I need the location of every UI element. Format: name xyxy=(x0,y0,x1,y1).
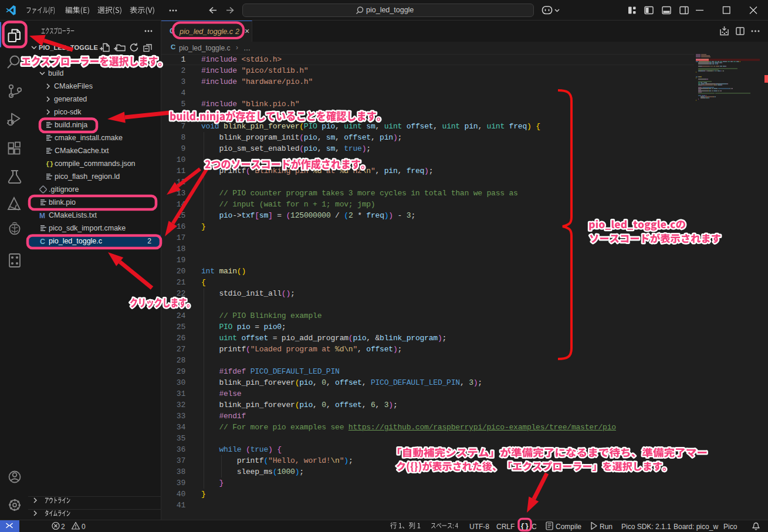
svg-text:C: C xyxy=(40,238,45,246)
svg-text:{}: {} xyxy=(46,161,53,168)
svg-text:M: M xyxy=(39,212,45,220)
